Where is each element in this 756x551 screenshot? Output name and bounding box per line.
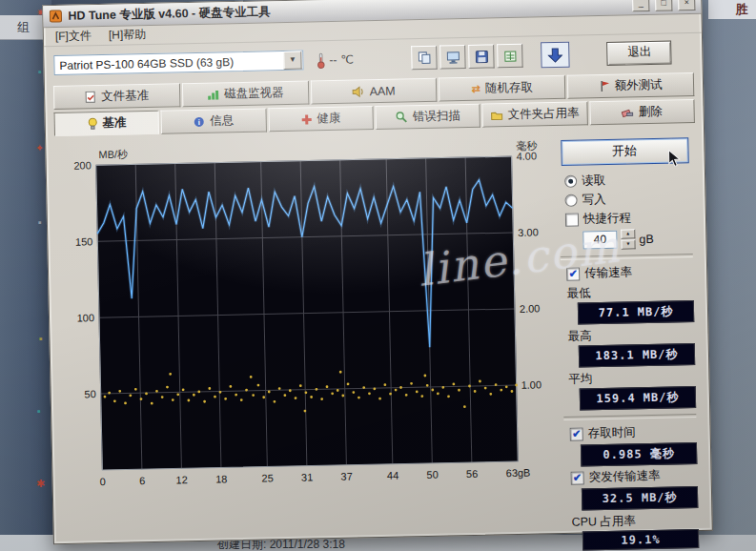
copy-icon xyxy=(418,51,431,64)
tab-label: 健康 xyxy=(317,111,340,128)
min-value: 77.1 MB/秒 xyxy=(578,300,694,325)
divider xyxy=(561,254,693,260)
random-access-icon: ⇄ xyxy=(472,84,480,94)
tab-info[interactable]: i 信息 xyxy=(161,108,267,133)
magnifier-icon xyxy=(396,111,408,123)
min-label: 最低 xyxy=(566,283,695,302)
desktop-icon[interactable]: ▪ xyxy=(37,406,41,416)
disk-monitor-icon xyxy=(207,89,219,100)
svg-text:3.00: 3.00 xyxy=(518,226,539,237)
tab-folder-usage[interactable]: 文件夹占用率 xyxy=(482,101,588,127)
max-label: 最高 xyxy=(567,326,696,345)
tab-file-benchmark[interactable]: 文件基准 xyxy=(53,83,180,110)
spin-down-icon[interactable]: ▼ xyxy=(621,239,635,249)
thermometer-icon xyxy=(316,51,325,69)
tab-label: 文件基准 xyxy=(101,88,149,105)
screenshot-button[interactable] xyxy=(440,45,467,70)
burst-rate-value: 32.5 MB/秒 xyxy=(582,486,698,511)
spin-up-icon[interactable]: ▲ xyxy=(621,229,635,238)
close-button[interactable]: × xyxy=(678,0,695,10)
benchmark-chart: 20015010050MB/秒毫秒4.003.002.001.000612182… xyxy=(51,136,562,551)
desktop-icon[interactable]: ✱ xyxy=(36,479,45,488)
copy-button[interactable] xyxy=(412,46,439,71)
svg-text:18: 18 xyxy=(215,473,227,484)
tab-benchmark[interactable]: 基准 xyxy=(54,111,160,136)
eraser-icon xyxy=(622,107,634,117)
hdtune-window: HD Tune 专业版 v4.60 - 硬盘专业工具 _ □ × [F]文件 [… xyxy=(42,0,713,544)
short-stroke-unit: gB xyxy=(639,232,654,245)
access-time-label: 存取时间 xyxy=(588,424,636,441)
desktop-icon[interactable]: ▪ xyxy=(38,217,42,227)
tab-extra-tests[interactable]: 额外测试 xyxy=(567,72,694,99)
svg-text:150: 150 xyxy=(75,235,93,247)
toolbar-button-group xyxy=(412,44,523,70)
tab-label: 基准 xyxy=(102,114,126,132)
exit-button[interactable]: 退出 xyxy=(607,40,673,65)
maximize-button[interactable]: □ xyxy=(655,0,672,11)
speaker-icon xyxy=(352,86,364,97)
desktop-icon[interactable]: ▪ xyxy=(38,67,42,76)
svg-text:200: 200 xyxy=(73,159,92,171)
flag-icon xyxy=(600,80,610,92)
checkbox-icon: ✔ xyxy=(571,471,584,484)
avg-value: 159.4 MB/秒 xyxy=(580,386,696,411)
drive-select[interactable]: Patriot PS-100 64GB SSD (63 gB) ▼ xyxy=(53,51,303,75)
desktop-icon[interactable]: ✦ xyxy=(35,143,44,153)
svg-text:50: 50 xyxy=(84,388,95,399)
tab-label: 删除 xyxy=(639,104,663,121)
tab-disk-monitor[interactable]: 磁盘监视器 xyxy=(182,80,309,107)
tab-erase[interactable]: 删除 xyxy=(589,99,695,125)
access-time-checkbox[interactable]: ✔ 存取时间 xyxy=(570,423,699,442)
svg-text:100: 100 xyxy=(77,312,95,323)
transfer-rate-checkbox[interactable]: ✔ 传输速率 xyxy=(566,263,695,282)
svg-text:12: 12 xyxy=(175,474,187,485)
svg-text:56: 56 xyxy=(466,468,478,480)
minimize-button[interactable]: _ xyxy=(632,0,649,11)
read-label: 读取 xyxy=(582,173,605,190)
update-button[interactable] xyxy=(541,42,571,69)
menu-file[interactable]: [F]文件 xyxy=(48,27,99,46)
export-icon xyxy=(503,49,517,62)
radio-icon xyxy=(564,175,577,188)
write-radio[interactable]: 写入 xyxy=(564,190,693,209)
tab-label: 额外测试 xyxy=(614,77,662,94)
benchmark-chart-svg: 20015010050MB/秒毫秒4.003.002.001.000612182… xyxy=(51,136,562,509)
chevron-down-icon[interactable]: ▼ xyxy=(283,51,301,70)
svg-text:0: 0 xyxy=(99,476,105,487)
save-button[interactable] xyxy=(469,44,496,69)
spinner: ▲ ▼ xyxy=(621,229,635,249)
benchmark-page: 20015010050MB/秒毫秒4.003.002.001.000612182… xyxy=(46,124,712,551)
info-icon: i xyxy=(194,115,205,127)
burst-rate-label: 突发传输速率 xyxy=(588,468,660,486)
desktop-icon[interactable]: ▪ xyxy=(39,334,43,343)
tab-random-access[interactable]: ⇄ 随机存取 xyxy=(439,75,565,102)
short-stroke-label: 快捷行程 xyxy=(583,210,631,227)
tab-label: AAM xyxy=(369,84,395,98)
tab-error-scan[interactable]: 错误扫描 xyxy=(375,104,480,130)
tab-health[interactable]: 健康 xyxy=(268,106,374,132)
tab-label: 磁盘监视器 xyxy=(224,85,284,102)
health-cross-icon xyxy=(300,113,312,125)
menu-help[interactable]: [H]帮助 xyxy=(101,26,154,45)
burst-rate-checkbox[interactable]: ✔ 突发传输速率 xyxy=(570,467,699,486)
short-stroke-size: 40 ▲ ▼ gB xyxy=(582,228,694,250)
svg-text:37: 37 xyxy=(340,471,352,482)
svg-text:6: 6 xyxy=(139,475,145,486)
read-radio[interactable]: 读取 xyxy=(564,171,693,190)
tab-aam[interactable]: AAM xyxy=(310,78,437,105)
short-stroke-value[interactable]: 40 xyxy=(582,231,617,250)
svg-text:25: 25 xyxy=(261,472,273,483)
svg-text:31: 31 xyxy=(301,471,313,482)
export-button[interactable] xyxy=(498,44,524,69)
transfer-rate-label: 传输速率 xyxy=(584,264,632,281)
background-text: 组 xyxy=(17,19,30,36)
short-stroke-checkbox[interactable]: 快捷行程 xyxy=(565,209,694,228)
divider xyxy=(563,414,696,420)
cpu-usage-label: CPU 占用率 xyxy=(571,512,700,531)
cpu-usage-value: 19.1% xyxy=(582,529,699,551)
background-text: 胜 xyxy=(736,1,748,18)
benchmark-controls: 开始 读取 写入 快捷行程 40 ▲ ▼ xyxy=(554,133,706,551)
tab-label: 随机存取 xyxy=(485,80,533,97)
svg-text:50: 50 xyxy=(426,469,438,480)
radio-icon xyxy=(564,194,577,207)
